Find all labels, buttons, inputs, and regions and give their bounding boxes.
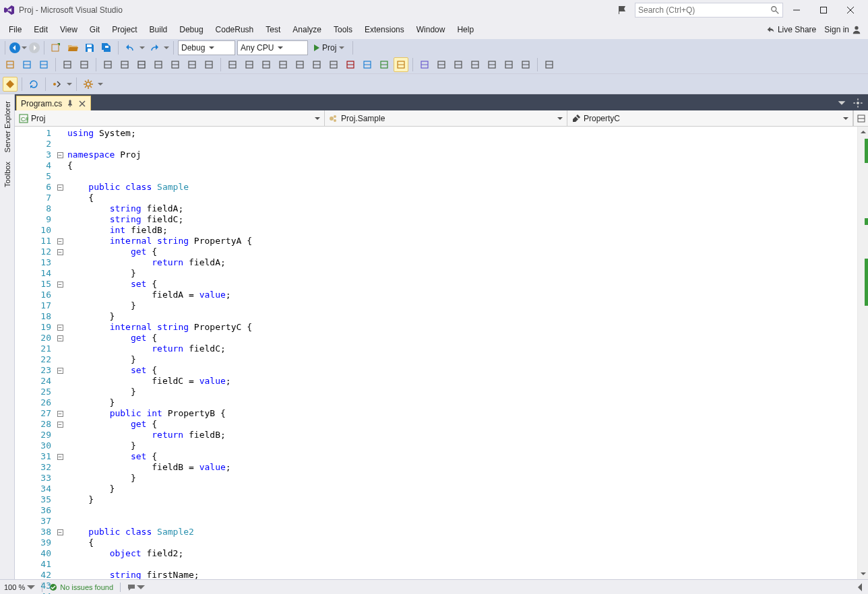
nav-member-dropdown[interactable]: PropertyC (567, 110, 853, 126)
bookmark-button[interactable] (134, 57, 149, 72)
document-tab[interactable]: Program.cs (16, 96, 91, 110)
config-dropdown[interactable]: Debug (178, 40, 235, 55)
menu-bar: FileEditViewGitProjectBuildDebugCodeRush… (0, 20, 868, 39)
menu-analyze[interactable]: Analyze (286, 22, 328, 37)
list-view-button[interactable] (542, 57, 557, 72)
status-bar: 100 % No issues found (0, 579, 868, 594)
next-bookmark-folder-button[interactable] (202, 57, 216, 72)
cycle-button[interactable] (501, 57, 516, 72)
close-button[interactable] (837, 0, 864, 20)
window-title: Proj - Microsoft Visual Studio (19, 5, 123, 15)
toggle-a-button[interactable] (225, 57, 240, 72)
indent-button[interactable] (100, 57, 115, 72)
redo-button[interactable] (147, 40, 162, 55)
menu-debug[interactable]: Debug (173, 22, 209, 37)
coderush-toggle-button[interactable] (3, 77, 18, 92)
step-button[interactable] (50, 77, 65, 92)
menu-project[interactable]: Project (106, 22, 143, 37)
pin-icon[interactable] (66, 100, 74, 108)
gear-button[interactable] (81, 77, 96, 92)
menu-coderush[interactable]: CodeRush (210, 22, 260, 37)
search-box[interactable] (635, 3, 783, 18)
prev-bookmark-folder-button[interactable] (185, 57, 199, 72)
scroll-up-button[interactable] (858, 127, 868, 137)
outdent-button[interactable] (117, 57, 132, 72)
prev-bookmark-button[interactable] (151, 57, 166, 72)
save-all-button[interactable] (99, 40, 114, 55)
nav-back-button[interactable] (9, 42, 27, 53)
outline-fold-column[interactable]: −−−−−−−−−−−−− (55, 127, 65, 579)
organize-button[interactable] (485, 57, 499, 72)
align-right-button[interactable] (309, 57, 324, 72)
nav-project-dropdown[interactable]: C# Proj (15, 110, 325, 126)
scroll-down-button[interactable] (858, 568, 868, 579)
side-tab-server-explorer[interactable]: Server Explorer (1, 97, 13, 156)
grid-button[interactable] (518, 57, 533, 72)
refresh-button[interactable] (26, 77, 41, 92)
undo-button[interactable] (123, 40, 137, 55)
nav-type-label: Proj.Sample (341, 114, 385, 123)
platform-value: Any CPU (241, 43, 274, 53)
menu-git[interactable]: Git (84, 22, 106, 37)
chevron-down-icon[interactable] (164, 45, 169, 51)
close-tab-icon[interactable] (78, 100, 86, 108)
minimize-button[interactable] (783, 0, 810, 20)
new-project-button[interactable] (49, 40, 63, 55)
active-files-dropdown[interactable] (834, 96, 849, 110)
wrap-button[interactable] (326, 57, 341, 72)
align-center-button[interactable] (292, 57, 307, 72)
side-tab-toolbox[interactable]: Toolbox (1, 158, 13, 191)
menu-file[interactable]: File (3, 22, 28, 37)
marker-button[interactable] (343, 57, 358, 72)
chevron-down-icon[interactable] (67, 81, 72, 87)
snippet-button[interactable] (468, 57, 483, 72)
start-debug-button[interactable]: Proj (310, 40, 348, 55)
chevron-down-icon[interactable] (140, 45, 145, 51)
nav-type-dropdown[interactable]: Proj.Sample (325, 110, 567, 126)
step-into-button[interactable] (60, 57, 75, 72)
notification-flag-icon[interactable] (617, 5, 628, 15)
next-bookmark-button[interactable] (168, 57, 183, 72)
menu-tools[interactable]: Tools (328, 22, 359, 37)
refactor-button[interactable] (434, 57, 449, 72)
extract-button[interactable] (451, 57, 466, 72)
vertical-scrollbar[interactable] (857, 127, 868, 579)
wand-button[interactable] (417, 57, 432, 72)
pin-button[interactable] (360, 57, 375, 72)
search-input[interactable] (638, 5, 770, 15)
live-share-button[interactable]: Live Share (766, 25, 816, 34)
highlight-button[interactable] (377, 57, 392, 72)
svg-text:C#: C# (21, 116, 28, 123)
scroll-left-icon[interactable] (856, 583, 864, 591)
toggle-b-button[interactable] (242, 57, 257, 72)
split-editor-button[interactable] (853, 110, 868, 126)
format-doc-button[interactable] (259, 57, 274, 72)
maximize-button[interactable] (810, 0, 837, 20)
uncomment-button[interactable] (36, 57, 51, 72)
menu-view[interactable]: View (54, 22, 84, 37)
menu-test[interactable]: Test (259, 22, 286, 37)
chevron-down-icon[interactable] (98, 81, 103, 87)
chevron-down-icon (209, 45, 214, 51)
window-options-button[interactable] (850, 96, 865, 110)
open-file-button[interactable] (65, 40, 80, 55)
code-editor[interactable]: 1234567891011121314151617181920212223242… (15, 127, 868, 579)
menu-edit[interactable]: Edit (28, 22, 54, 37)
menu-build[interactable]: Build (144, 22, 174, 37)
step-over-button[interactable] (77, 57, 92, 72)
menu-extensions[interactable]: Extensions (359, 22, 410, 37)
nav-forward-button[interactable] (29, 42, 40, 53)
comment-button[interactable] (20, 57, 34, 72)
find-in-files-button[interactable] (3, 57, 18, 72)
feedback-buttons[interactable] (127, 583, 145, 591)
align-left-button[interactable] (276, 57, 290, 72)
sign-in-label: Sign in (824, 25, 849, 34)
code-text-area[interactable]: using System;namespace Proj{ public clas… (65, 127, 857, 579)
play-icon (314, 44, 319, 51)
menu-help[interactable]: Help (451, 22, 480, 37)
sign-in-button[interactable]: Sign in (824, 25, 861, 34)
image-button[interactable] (394, 57, 408, 72)
menu-window[interactable]: Window (410, 22, 452, 37)
save-button[interactable] (82, 40, 97, 55)
platform-dropdown[interactable]: Any CPU (237, 40, 308, 55)
